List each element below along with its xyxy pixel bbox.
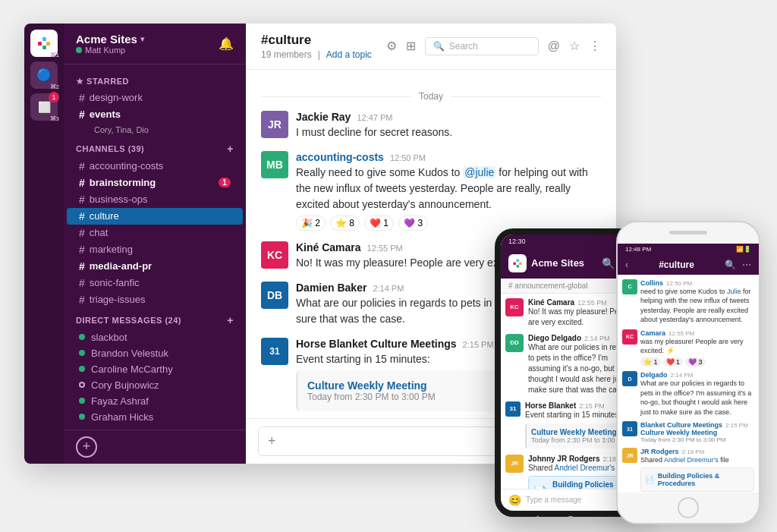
dm-status-graham	[79, 414, 85, 420]
dm-caroline[interactable]: Caroline McCarthy	[67, 361, 243, 377]
iphone-search-icon[interactable]: 🔍	[725, 260, 736, 270]
dm-graham[interactable]: Graham Hicks	[67, 409, 243, 425]
iphone-bottom	[618, 493, 759, 523]
sidebar-item-brainstorming[interactable]: #brainstorming 1	[67, 175, 243, 191]
sidebar-item-culture[interactable]: #culture	[67, 208, 243, 225]
search-box[interactable]: 🔍 Search	[425, 37, 539, 55]
at-icon[interactable]: @	[548, 39, 560, 53]
iphone-msg-3: D Delgado 2:14 PM What are our policies …	[622, 371, 754, 417]
gear-icon[interactable]: ⚙	[386, 39, 397, 53]
sidebar-item-design-work[interactable]: #design-work	[67, 90, 243, 106]
reaction-3[interactable]: ❤️ 1	[364, 216, 394, 231]
message-author-4: Damien Baker	[296, 282, 366, 294]
iphone-header: ‹ #culture 🔍 ⋯	[618, 255, 759, 275]
sidebar-item-sonic-fanfic[interactable]: #sonic-fanfic	[67, 275, 243, 291]
sidebar-item-marketing[interactable]: #marketing	[67, 241, 243, 258]
android-logo: Acme Sites	[508, 254, 584, 272]
sidebar-item-business-ops[interactable]: #business-ops	[67, 191, 243, 208]
iphone-avatar-2: KC	[622, 329, 637, 345]
sidebar-item-triage-issues[interactable]: #triage-issues	[67, 291, 243, 308]
status-dot	[76, 47, 82, 53]
message-text-2: Really need to give some Kudos to @julie…	[296, 165, 601, 212]
app-icon-3[interactable]: ⬜ 1 ⌘3	[30, 93, 58, 121]
grid-icon[interactable]: ⊞	[406, 39, 416, 53]
dm-fayaz[interactable]: Fayaz Ashraf	[67, 393, 243, 409]
channel-title: #culture	[261, 33, 372, 48]
header-actions: ⚙ ⊞ 🔍 Search @ ☆ ⋮	[386, 37, 601, 55]
iphone-status-bar: 12:48 PM 📶🔋	[618, 244, 759, 255]
iphone-screen: 12:48 PM 📶🔋 ‹ #culture 🔍 ⋯ C Collins	[618, 244, 759, 493]
message-meredith-brown: MB accounting-costs 12:50 PM Really need…	[261, 151, 601, 231]
svg-rect-6	[517, 265, 520, 268]
iphone-avatar-3: D	[622, 371, 637, 386]
starred-section-title: ★ STARRED	[64, 71, 246, 90]
input-plus-icon[interactable]: +	[268, 433, 276, 449]
android-logo-icon	[508, 254, 527, 272]
more-icon[interactable]: ⋮	[589, 39, 601, 53]
svg-rect-2	[42, 46, 46, 49]
app-container: ⌘1 🔵 ⌘2 ⬜ 1 ⌘3 Acme Sites ▾	[24, 24, 753, 509]
add-dm-icon[interactable]: +	[227, 314, 234, 326]
iphone-speaker	[669, 231, 707, 235]
channels-section-title: CHANNELS (39) +	[64, 137, 246, 158]
reaction-2[interactable]: ⭐ 8	[330, 216, 360, 231]
reaction-1[interactable]: 🎉 2	[296, 216, 326, 231]
dm-slackbot[interactable]: slackbot	[67, 329, 243, 345]
svg-rect-5	[517, 259, 520, 262]
avatar-event: 31	[261, 338, 288, 365]
iphone-channel-name: #culture	[659, 260, 694, 270]
notification-badge: 1	[49, 92, 59, 102]
android-search-icon[interactable]: 🔍	[602, 257, 615, 269]
avatar-damien-baker-1: DB	[261, 282, 288, 309]
reaction-4[interactable]: 💜 3	[398, 216, 428, 231]
sidebar-item-media-and-pr[interactable]: #media-and-pr	[67, 258, 243, 275]
chat-header: #culture 19 members | Add a topic ⚙ ⊞ 🔍 …	[246, 24, 616, 70]
user-status: Matt Kump	[76, 46, 144, 55]
dm-status-slackbot	[79, 334, 85, 340]
avatar-meredith-brown: MB	[261, 151, 288, 178]
svg-rect-4	[513, 262, 516, 265]
add-channel-icon[interactable]: +	[227, 143, 234, 155]
iphone-avatar-event: 31	[622, 421, 637, 436]
add-workspace-button[interactable]: +	[76, 436, 97, 458]
android-emoji-icon[interactable]: 😊	[508, 494, 521, 506]
app-icon-1[interactable]: ⌘1	[30, 30, 58, 57]
message-time-1: 12:47 PM	[357, 113, 392, 122]
iphone-back-icon[interactable]: ‹	[625, 260, 628, 270]
app-icon-2[interactable]: 🔵 ⌘2	[30, 61, 58, 89]
message-author-2: accounting-costs	[296, 151, 384, 163]
iphone-home-button[interactable]	[678, 497, 699, 518]
sidebar-item-accounting-costs[interactable]: #accounting-costs	[67, 158, 243, 175]
sidebar: Acme Sites ▾ Matt Kump 🔔 ★ STARRED #desi…	[64, 24, 246, 464]
svg-rect-0	[38, 42, 42, 46]
sidebar-item-design-chat[interactable]: #chat	[67, 225, 243, 241]
iphone-avatar-1: C	[622, 279, 637, 294]
avatar-jackie-ray: JR	[261, 111, 288, 138]
iphone-shared-post[interactable]: 📄 Building Policies & Procedures	[640, 467, 754, 492]
android-home-button[interactable]	[565, 516, 576, 517]
svg-rect-7	[519, 262, 522, 265]
sidebar-item-events[interactable]: #events	[67, 106, 243, 123]
search-icon: 🔍	[433, 41, 445, 52]
iphone-file-icon: 📄	[645, 474, 655, 485]
message-time-4: 2:14 PM	[373, 284, 404, 293]
dm-cory[interactable]: Cory Bujnowicz	[67, 377, 243, 393]
brainstorming-badge: 1	[219, 178, 231, 187]
iphone: 12:48 PM 📶🔋 ‹ #culture 🔍 ⋯ C Collins	[616, 221, 760, 524]
star-icon[interactable]: ☆	[569, 39, 580, 53]
sidebar-item-events-meta: Cory, Tina, Dio	[67, 123, 243, 137]
iphone-msg-event: 31 Blanket Culture Meetings 2:15 PM Cult…	[622, 421, 754, 443]
android-event-icon: 31	[505, 401, 521, 417]
workspace-name[interactable]: Acme Sites ▾	[76, 33, 144, 46]
android-avatar-4: JR	[505, 455, 524, 473]
dm-brandon[interactable]: Brandon Velestuk	[67, 345, 243, 361]
android-avatar-2: DD	[505, 334, 524, 352]
android-back-button[interactable]	[530, 515, 539, 517]
message-time-3: 12:55 PM	[367, 244, 403, 253]
dm-status-cory	[79, 382, 85, 388]
date-divider: Today	[261, 91, 601, 102]
bell-icon[interactable]: 🔔	[219, 36, 234, 51]
iphone-more-icon[interactable]: ⋯	[742, 260, 751, 270]
dm-status-caroline	[79, 366, 85, 372]
iphone-msg-5: JR JR Rodgers 2:18 PM Shared Andriel Dre…	[622, 448, 754, 492]
